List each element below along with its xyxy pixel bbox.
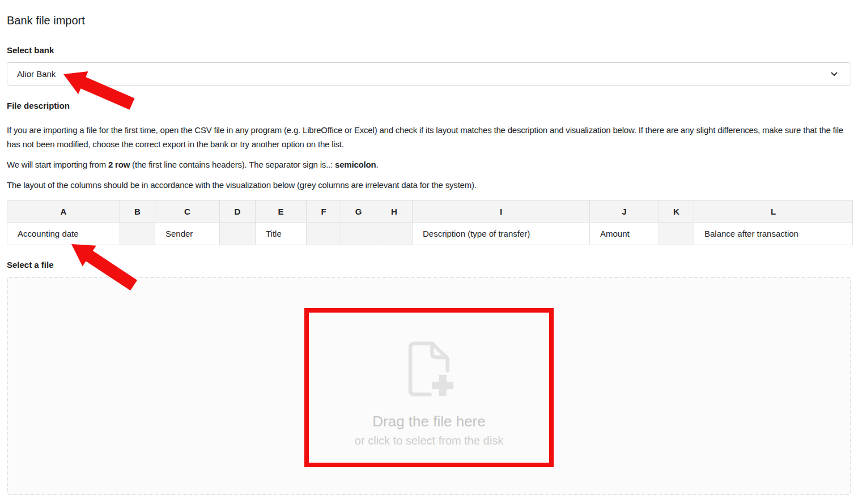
column-header-i: I	[413, 200, 590, 223]
select-file-label: Select a file	[7, 260, 851, 270]
column-cell-irrelevant-k	[659, 223, 694, 245]
column-header-e: E	[256, 200, 307, 223]
import-settings-text: We will start importing from 2 row (the …	[7, 158, 851, 172]
column-cell-sender: Sender	[155, 223, 220, 245]
table-field-row: Accounting date Sender Title Description…	[7, 223, 853, 245]
column-header-c: C	[155, 200, 220, 223]
file-description-heading: File description	[7, 101, 851, 110]
file-add-icon	[402, 339, 456, 399]
description-intro-text: If you are importing a file for the firs…	[7, 123, 851, 151]
column-cell-irrelevant-d	[220, 223, 256, 245]
column-cell-amount: Amount	[590, 223, 659, 245]
column-header-f: F	[307, 200, 341, 223]
import-middle: (the first line contains headers). The s…	[130, 160, 335, 169]
column-cell-irrelevant-g	[341, 223, 376, 245]
layout-note-text: The layout of the columns should be in a…	[7, 178, 851, 193]
column-cell-irrelevant-b	[120, 223, 155, 245]
bank-select-wrapper: Alior Bank	[7, 62, 851, 86]
column-header-k: K	[659, 200, 694, 223]
column-cell-accounting-date: Accounting date	[7, 223, 120, 245]
column-header-j: J	[590, 200, 659, 223]
column-cell-description: Description (type of transfer)	[413, 223, 590, 245]
columns-visualization-table: A B C D E F G H I J K L Accounting date …	[7, 200, 853, 245]
import-prefix: We will start importing from	[7, 160, 108, 169]
page-title: Bank file import	[7, 14, 851, 27]
column-header-h: H	[376, 200, 413, 223]
bank-select[interactable]: Alior Bank	[7, 62, 851, 86]
column-header-b: B	[120, 200, 155, 223]
dropzone-click-text: or click to select from the disk	[355, 434, 503, 447]
column-header-l: L	[694, 200, 853, 223]
column-header-d: D	[220, 200, 256, 223]
column-cell-balance: Balance after transaction	[694, 223, 853, 245]
select-bank-label: Select bank	[7, 46, 851, 55]
column-cell-irrelevant-h	[376, 223, 413, 245]
file-dropzone[interactable]: Drag the file here or click to select fr…	[7, 277, 851, 495]
table-header-row: A B C D E F G H I J K L	[7, 200, 853, 223]
import-separator: semicolon	[335, 160, 376, 169]
import-suffix: .	[376, 160, 378, 169]
column-cell-irrelevant-f	[307, 223, 341, 245]
column-cell-title: Title	[256, 223, 307, 245]
dropzone-content: Drag the file here or click to select fr…	[355, 339, 503, 447]
dropzone-drag-text: Drag the file here	[372, 413, 485, 430]
bank-file-import-page: Bank file import Select bank Alior Bank …	[0, 14, 858, 495]
column-header-g: G	[341, 200, 376, 223]
import-start-row: 2 row	[108, 160, 130, 169]
column-header-a: A	[7, 200, 120, 223]
